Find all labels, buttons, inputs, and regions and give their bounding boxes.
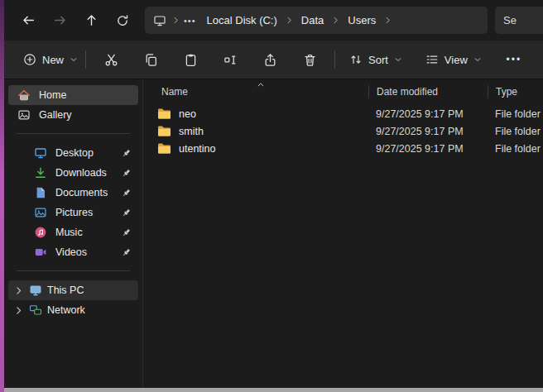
monitor-icon <box>153 14 166 27</box>
back-arrow-icon <box>22 13 36 27</box>
chevron-right-icon <box>171 16 180 25</box>
sidebar-item-label: Documents <box>55 187 108 198</box>
sidebar-item-music[interactable]: Music <box>8 222 138 242</box>
table-row[interactable]: neo 9/27/2025 9:17 PM File folder <box>143 105 543 122</box>
pin-icon <box>121 148 132 159</box>
expand-chevron-icon[interactable] <box>13 305 24 316</box>
sidebar-item-label: Home <box>39 89 66 101</box>
sidebar-item-label: Pictures <box>55 207 93 218</box>
folder-icon <box>157 108 171 120</box>
sidebar-item-label: Downloads <box>55 167 107 179</box>
address-bar[interactable]: ••• Local Disk (C:) Data Users <box>145 7 488 34</box>
file-date-cell: 9/27/2025 9:17 PM <box>368 108 488 120</box>
chevron-down-icon <box>70 55 78 64</box>
column-headers: Name Date modified Type <box>143 82 543 102</box>
breadcrumb-overflow[interactable]: ••• <box>180 16 199 26</box>
sidebar-item-videos[interactable]: Videos <box>8 242 138 262</box>
sidebar-item-downloads[interactable]: Downloads <box>8 163 138 183</box>
paste-button[interactable] <box>175 45 205 74</box>
file-name-cell[interactable]: neo <box>143 108 368 120</box>
sort-ascending-caret-icon <box>257 81 265 88</box>
share-icon <box>263 53 277 67</box>
share-button[interactable] <box>255 45 285 74</box>
forward-button[interactable] <box>44 7 75 35</box>
table-row[interactable]: smith 9/27/2025 9:17 PM File folder <box>143 122 543 140</box>
sidebar-item-label: This PC <box>47 284 84 296</box>
pictures-icon <box>34 206 47 219</box>
search-input[interactable]: Se <box>495 7 543 34</box>
refresh-button[interactable] <box>107 7 138 35</box>
sort-button[interactable]: Sort <box>342 45 410 74</box>
sidebar-item-pictures[interactable]: Pictures <box>8 203 138 222</box>
delete-button[interactable] <box>295 45 324 74</box>
rename-button[interactable] <box>215 45 245 74</box>
gallery-icon <box>17 108 31 122</box>
column-header-type[interactable]: Type <box>488 85 543 99</box>
sort-arrows-icon <box>349 53 363 66</box>
sidebar-item-this-pc[interactable]: This PC <box>8 280 138 300</box>
search-text: Se <box>503 14 517 26</box>
new-button[interactable]: New <box>16 45 85 74</box>
breadcrumb-local-disk[interactable]: Local Disk (C:) <box>199 7 285 34</box>
file-list-pane: Name Date modified Type neo 9/27/ <box>142 79 543 388</box>
pin-icon <box>121 247 132 258</box>
sidebar-item-documents[interactable]: Documents <box>8 183 138 203</box>
file-type-cell: File folder <box>488 108 543 120</box>
up-button[interactable] <box>75 7 107 35</box>
breadcrumb-users[interactable]: Users <box>340 7 383 34</box>
folder-icon <box>157 142 171 155</box>
plus-circle-icon <box>23 53 36 66</box>
chevron-right-icon <box>331 16 340 25</box>
downloads-icon <box>34 166 47 179</box>
new-button-label: New <box>42 54 64 66</box>
rename-icon <box>223 53 238 67</box>
sidebar-item-label: Network <box>47 304 85 316</box>
home-icon <box>17 88 31 102</box>
pin-icon <box>121 208 132 218</box>
trash-icon <box>303 53 317 67</box>
address-device-icon[interactable] <box>148 14 171 27</box>
file-name: utentino <box>179 143 215 155</box>
table-row[interactable]: utentino 9/27/2025 9:17 PM File folder <box>143 140 543 157</box>
see-more-button[interactable]: ••• <box>499 45 529 74</box>
videos-icon <box>34 246 47 259</box>
cut-button[interactable] <box>96 45 126 74</box>
pin-icon <box>121 188 132 198</box>
toolbar-separator <box>334 50 335 69</box>
file-rows: neo 9/27/2025 9:17 PM File folder smith <box>143 102 543 388</box>
refresh-icon <box>116 14 129 27</box>
breadcrumb-data[interactable]: Data <box>294 7 331 34</box>
column-header-name[interactable]: Name <box>143 86 368 98</box>
this-pc-icon <box>29 284 42 297</box>
sidebar-separator <box>17 270 130 271</box>
clipboard-icon <box>184 53 198 67</box>
file-type-cell: File folder <box>488 143 543 155</box>
toolbar-separator <box>85 50 86 69</box>
sidebar-item-network[interactable]: Network <box>8 300 138 320</box>
sidebar-item-home[interactable]: Home <box>8 85 138 105</box>
navigation-pane: Home Gallery Desktop <box>4 79 142 388</box>
breadcrumb-chevron <box>285 16 294 25</box>
breadcrumb-chevron[interactable] <box>383 16 392 25</box>
chevron-right-icon <box>383 16 392 25</box>
music-icon <box>34 226 47 239</box>
copy-button[interactable] <box>136 45 166 74</box>
network-icon <box>29 304 42 317</box>
pin-icon <box>121 227 132 238</box>
explorer-body: Home Gallery Desktop <box>4 79 543 388</box>
clipboard-group <box>96 45 324 74</box>
column-header-date-modified[interactable]: Date modified <box>368 85 488 99</box>
file-name-cell[interactable]: utentino <box>143 142 368 155</box>
list-view-icon <box>425 53 439 66</box>
forward-arrow-icon <box>53 13 67 27</box>
back-button[interactable] <box>12 7 44 35</box>
sidebar-item-gallery[interactable]: Gallery <box>8 105 138 125</box>
file-name-cell[interactable]: smith <box>143 125 368 137</box>
file-explorer-window: ••• Local Disk (C:) Data Users <box>0 0 543 392</box>
scissors-icon <box>104 53 118 67</box>
up-arrow-icon <box>84 13 99 27</box>
sidebar-item-desktop[interactable]: Desktop <box>8 143 138 163</box>
expand-chevron-icon[interactable] <box>13 285 24 296</box>
view-button[interactable]: View <box>418 45 489 74</box>
navigation-bar: ••• Local Disk (C:) Data Users <box>4 0 543 41</box>
